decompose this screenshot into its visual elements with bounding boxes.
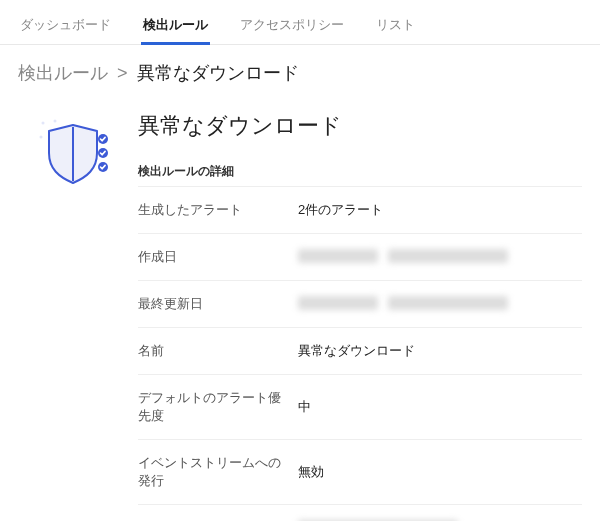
main-content: 異常なダウンロード 検出ルールの詳細 生成したアラート 2件のアラート 作成日 … <box>0 93 600 521</box>
breadcrumb-parent[interactable]: 検出ルール <box>18 63 108 83</box>
tab-detection-rules[interactable]: 検出ルール <box>141 10 210 44</box>
svg-point-2 <box>40 136 43 139</box>
label-name: 名前 <box>138 342 298 360</box>
value-default-priority: 中 <box>298 398 582 416</box>
row-event-stream: イベントストリームへの発行 無効 <box>138 439 582 504</box>
row-default-priority: デフォルトのアラート優先度 中 <box>138 374 582 439</box>
tab-access-policies[interactable]: アクセスポリシー <box>238 10 346 44</box>
svg-point-1 <box>54 120 57 123</box>
row-updated-date: 最終更新日 <box>138 280 582 327</box>
value-created-date <box>298 249 582 266</box>
tab-dashboard[interactable]: ダッシュボード <box>18 10 113 44</box>
detail-icon-column <box>18 103 138 521</box>
breadcrumb: 検出ルール > 異常なダウンロード <box>0 45 600 93</box>
label-updated-date: 最終更新日 <box>138 295 298 313</box>
tab-list[interactable]: リスト <box>374 10 417 44</box>
tab-bar: ダッシュボード 検出ルール アクセスポリシー リスト <box>0 0 600 45</box>
detail-column: 異常なダウンロード 検出ルールの詳細 生成したアラート 2件のアラート 作成日 … <box>138 103 582 521</box>
value-updated-date <box>298 296 582 313</box>
row-created-date: 作成日 <box>138 233 582 280</box>
label-generated-alerts: 生成したアラート <box>138 201 298 219</box>
value-generated-alerts[interactable]: 2件のアラート <box>298 201 582 219</box>
section-label: 検出ルールの詳細 <box>138 163 582 180</box>
breadcrumb-separator: > <box>117 63 128 83</box>
row-notification: 通知 <box>138 504 582 521</box>
page-title: 異常なダウンロード <box>138 111 582 141</box>
row-generated-alerts: 生成したアラート 2件のアラート <box>138 186 582 233</box>
breadcrumb-current: 異常なダウンロード <box>137 63 299 83</box>
shield-icon <box>33 113 123 521</box>
svg-point-0 <box>42 122 45 125</box>
label-created-date: 作成日 <box>138 248 298 266</box>
label-event-stream: イベントストリームへの発行 <box>138 454 298 490</box>
value-event-stream: 無効 <box>298 463 582 481</box>
label-default-priority: デフォルトのアラート優先度 <box>138 389 298 425</box>
row-name: 名前 異常なダウンロード <box>138 327 582 374</box>
value-name: 異常なダウンロード <box>298 342 582 360</box>
